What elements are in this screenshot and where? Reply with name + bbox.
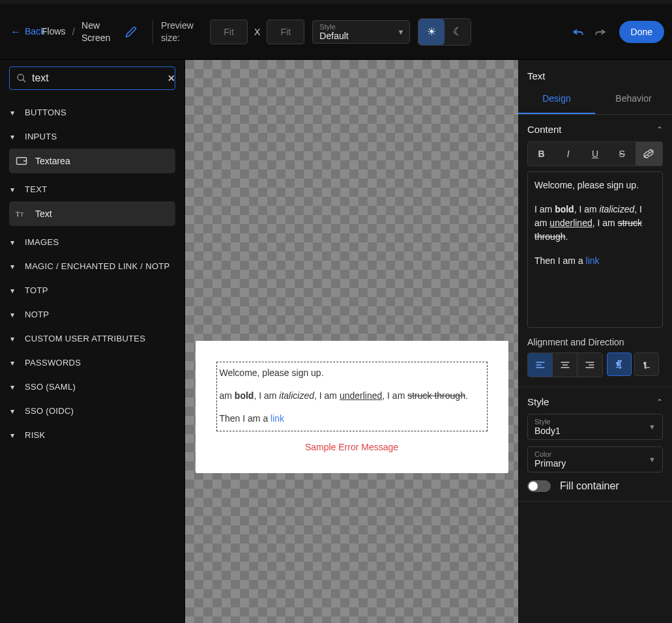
moon-icon: ☾ [453,25,462,38]
chevron-down-icon: ▾ [10,431,18,440]
back-button[interactable]: ← Back [10,25,37,38]
align-left-button[interactable] [528,353,553,377]
fill-container-toggle[interactable] [527,480,551,492]
theme-toggle: ☀ ☾ [418,18,471,46]
text-style-select[interactable]: Style Body1 ▼ [527,414,663,440]
category-buttons[interactable]: ▾BUTTONS [9,100,175,124]
style-dropdown-label: Style [319,23,403,31]
direction-rtl-button[interactable]: ¶ [634,353,659,376]
component-text[interactable]: TT Text [9,201,175,226]
chevron-down-icon: ▾ [10,185,18,194]
rte-p3: Then I am a link [534,254,656,268]
chevron-down-icon: ▾ [10,334,18,343]
preview-size-group: Preview size: X [161,20,304,44]
panel-title: Text [518,60,672,84]
style-section: Style ⌃ Style Body1 ▼ Color Primary ▼ Fi… [518,387,672,502]
underline-button[interactable]: U [581,142,608,166]
fill-container-label: Fill container [560,480,619,492]
rte-link[interactable]: link [586,255,600,266]
align-center-button[interactable] [553,353,577,377]
chevron-down-icon: ▼ [649,423,656,431]
category-risk[interactable]: ▾RISK [9,423,175,447]
window-top-strip [0,0,672,4]
style-dropdown-value: Default [319,31,403,41]
color-select[interactable]: Color Primary ▼ [527,446,663,472]
arrow-left-icon: ← [10,25,21,38]
breadcrumb-new-screen[interactable]: New Screen [81,20,117,43]
rte-p2: I am bold, I am italicized, I am underli… [534,203,656,244]
textarea-icon [16,156,29,166]
category-text[interactable]: ▾TEXT [9,177,175,201]
link-button[interactable] [635,142,662,166]
chevron-down-icon: ▾ [10,358,18,368]
tab-design[interactable]: Design [518,84,595,114]
canvas-text-link[interactable]: link [270,413,284,424]
tab-behavior[interactable]: Behavior [595,84,672,114]
panel-tabs: Design Behavior [518,84,672,115]
category-passwords[interactable]: ▾PASSWORDS [9,351,175,375]
canvas[interactable]: Welcome, please sign up. am bold, I am i… [185,60,518,623]
undo-redo-group [572,27,606,36]
content-heading: Content [527,124,562,135]
done-button[interactable]: Done [619,21,664,43]
collapse-style-button[interactable]: ⌃ [656,398,663,407]
svg-point-0 [18,74,23,80]
preview-size-label: Preview size: [161,20,203,43]
chevron-down-icon: ▾ [10,262,18,271]
search-icon [16,73,27,83]
strike-button[interactable]: S [609,142,635,166]
chevron-down-icon: ▼ [649,456,656,463]
theme-light-button[interactable]: ☀ [418,19,445,45]
alignment-heading: Alignment and Direction [527,337,663,347]
undo-button[interactable] [572,27,584,36]
content-section: Content ⌃ B I U S Welcome, please sign u… [518,115,672,387]
chevron-down-icon: ▾ [10,108,18,117]
screen-card[interactable]: Welcome, please sign up. am bold, I am i… [196,341,508,473]
chevron-down-icon: ▾ [10,407,18,416]
svg-line-1 [23,80,25,82]
preview-height-input[interactable] [267,20,304,44]
chevron-down-icon: ▾ [10,132,18,141]
svg-text:T: T [21,212,24,218]
content-editor[interactable]: Welcome, please sign up. I am bold, I am… [527,171,663,328]
category-custom-user-attrs[interactable]: ▾CUSTOM USER ATTRIBUTES [9,326,175,351]
category-sso-oidc[interactable]: ▾SSO (OIDC) [9,399,175,423]
search-field[interactable]: ✕ [9,66,175,90]
preview-width-input[interactable] [210,20,248,44]
search-input[interactable] [32,72,162,84]
breadcrumb-separator: / [72,26,75,38]
chevron-down-icon: ▾ [10,383,18,392]
style-heading: Style [527,396,549,407]
format-toolbar: B I U S [527,141,663,166]
canvas-text-p2: am bold, I am italicized, I am underline… [220,389,484,403]
chevron-down-icon: ▾ [10,286,18,295]
component-textarea[interactable]: Textarea [9,149,175,173]
canvas-text-p3: Then I am a link [220,412,484,426]
direction-ltr-button[interactable]: ¶ [607,353,632,376]
text-component-selected[interactable]: Welcome, please sign up. am bold, I am i… [216,362,488,431]
category-sso-saml[interactable]: ▾SSO (SAML) [9,375,175,399]
category-totp[interactable]: ▾TOTP [9,278,175,302]
chevron-down-icon: ▾ [10,310,18,319]
canvas-text-p1: Welcome, please sign up. [220,366,484,380]
edit-icon[interactable] [125,26,137,38]
clear-search-button[interactable]: ✕ [168,73,175,83]
italic-button[interactable]: I [555,142,581,166]
properties-panel: Text Design Behavior Content ⌃ B I U S [518,60,672,623]
category-magic-link[interactable]: ▾MAGIC / ENCHANTED LINK / NOTP [9,254,175,278]
align-right-button[interactable] [577,353,602,377]
rte-p1: Welcome, please sign up. [534,179,656,192]
theme-dark-button[interactable]: ☾ [445,19,471,45]
collapse-content-button[interactable]: ⌃ [656,125,663,134]
toolbar: ← Back Flows / New Screen Preview size: … [0,4,672,60]
text-icon: TT [16,209,29,219]
bold-button[interactable]: B [528,142,555,166]
category-inputs[interactable]: ▾INPUTS [9,124,175,149]
category-images[interactable]: ▾IMAGES [9,230,175,254]
chevron-down-icon: ▼ [397,28,404,36]
category-notp[interactable]: ▾NOTP [9,302,175,326]
breadcrumb-flows[interactable]: Flows [42,25,66,37]
style-dropdown[interactable]: Style Default ▼ [312,20,410,44]
svg-text:T: T [16,210,20,218]
redo-button[interactable] [594,27,606,36]
